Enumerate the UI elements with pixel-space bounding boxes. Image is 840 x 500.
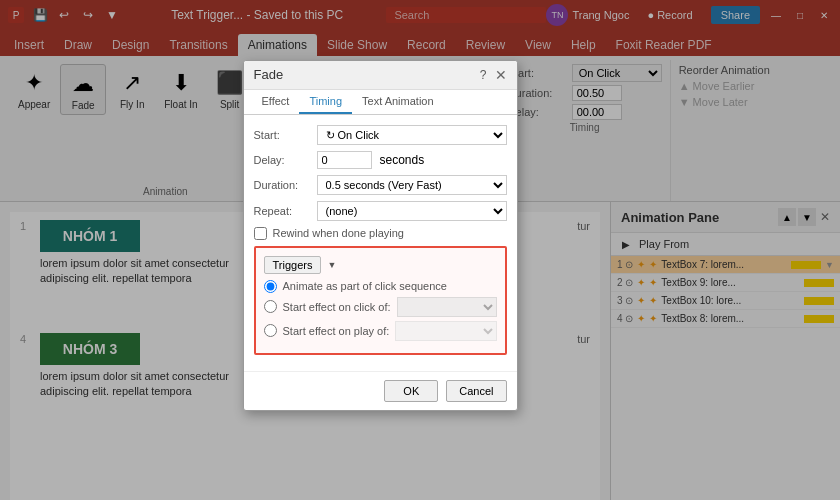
start-effect-click-select[interactable] [397, 297, 497, 317]
dialog-header: Fade ? ✕ [244, 61, 517, 90]
trigger-arrow-icon: ▼ [327, 260, 336, 270]
dialog-footer: OK Cancel [244, 371, 517, 410]
start-effect-play-select[interactable] [395, 321, 496, 341]
start-effect-play-radio[interactable] [264, 324, 277, 337]
dialog-overlay: Fade ? ✕ Effect Timing Text Animation St… [0, 0, 840, 500]
trigger-header: Triggers ▼ [264, 256, 497, 274]
dialog-repeat-label: Repeat: [254, 205, 309, 217]
animate-sequence-row: Animate as part of click sequence [264, 280, 497, 293]
dialog-title: Fade [254, 67, 284, 82]
start-effect-play-label: Start effect on play of: [283, 325, 390, 337]
dialog-start-row: Start: ↻ On Click With Previous After Pr… [254, 125, 507, 145]
dialog-start-label: Start: [254, 129, 309, 141]
rewind-row: Rewind when done playing [254, 227, 507, 240]
dialog-tab-effect[interactable]: Effect [252, 90, 300, 114]
cancel-button[interactable]: Cancel [446, 380, 506, 402]
rewind-label: Rewind when done playing [273, 227, 404, 239]
dialog-tab-timing[interactable]: Timing [299, 90, 352, 114]
dialog-duration-row: Duration: 0.5 seconds (Very Fast) 1 seco… [254, 175, 507, 195]
fade-dialog: Fade ? ✕ Effect Timing Text Animation St… [243, 60, 518, 411]
dialog-help-button[interactable]: ? [480, 68, 487, 82]
start-effect-click-radio[interactable] [264, 300, 277, 313]
animate-sequence-radio[interactable] [264, 280, 277, 293]
dialog-repeat-select[interactable]: (none) 2 3 Until Next Click [317, 201, 507, 221]
dialog-tab-text-animation[interactable]: Text Animation [352, 90, 444, 114]
dialog-start-select[interactable]: ↻ On Click With Previous After Previous [317, 125, 507, 145]
animate-sequence-label: Animate as part of click sequence [283, 280, 447, 292]
dialog-delay-unit: seconds [380, 153, 425, 167]
dialog-duration-select[interactable]: 0.5 seconds (Very Fast) 1 second (Fast) … [317, 175, 507, 195]
start-effect-click-label: Start effect on click of: [283, 301, 391, 313]
dialog-body: Start: ↻ On Click With Previous After Pr… [244, 115, 517, 371]
start-effect-click-row: Start effect on click of: [264, 297, 497, 317]
rewind-checkbox[interactable] [254, 227, 267, 240]
dialog-header-actions: ? ✕ [480, 67, 507, 83]
dialog-delay-input[interactable] [317, 151, 372, 169]
dialog-tabs: Effect Timing Text Animation [244, 90, 517, 115]
start-effect-play-row: Start effect on play of: [264, 321, 497, 341]
trigger-section: Triggers ▼ Animate as part of click sequ… [254, 246, 507, 355]
dialog-delay-row: Delay: seconds [254, 151, 507, 169]
ok-button[interactable]: OK [384, 380, 438, 402]
dialog-duration-label: Duration: [254, 179, 309, 191]
dialog-delay-label: Delay: [254, 154, 309, 166]
dialog-close-button[interactable]: ✕ [495, 67, 507, 83]
triggers-button[interactable]: Triggers [264, 256, 322, 274]
dialog-repeat-row: Repeat: (none) 2 3 Until Next Click [254, 201, 507, 221]
